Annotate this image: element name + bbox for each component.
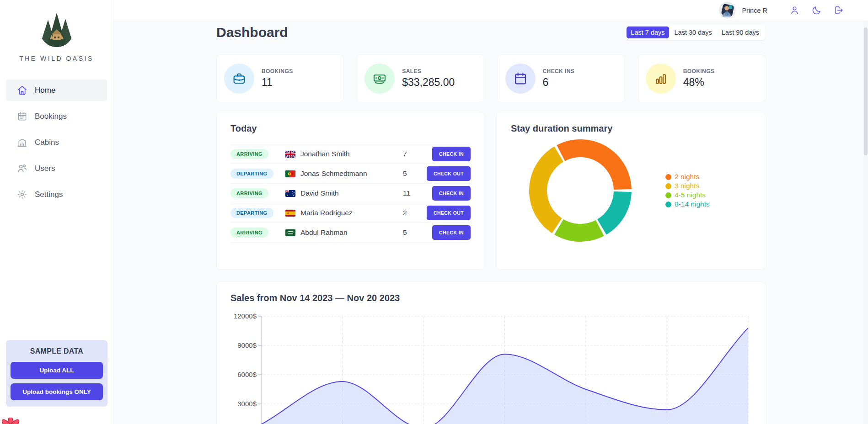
page-title: Dashboard [216,25,288,40]
logo: THE WILD OASIS [6,7,107,62]
nights-count: 2 [403,209,423,217]
cabin-icon [17,137,27,148]
flag-au-icon [285,190,295,197]
stay-duration-card: Stay duration summary 2 nights3 nights4-… [497,112,765,270]
stat-label: CHECK INS [543,68,575,74]
calendar-icon [17,111,27,122]
sidebar-item-settings[interactable]: Settings [6,184,107,205]
header-actions [788,4,845,17]
legend-dot [665,192,671,198]
sidebar-item-label: Bookings [35,112,67,121]
app-root: THE WILD OASIS Home Bookings Cabins User… [0,0,868,424]
today-row: ARRIVINGJonathan Smith7CHECK IN [230,144,471,164]
avatar [719,2,736,19]
flag-gb-icon [285,151,295,158]
filter-last-30-days[interactable]: Last 30 days [670,26,716,38]
filter-last-90-days[interactable]: Last 90 days [718,26,763,38]
legend-label: 4-5 nights [675,191,706,200]
logout-icon [833,5,844,16]
sidebar-item-label: Settings [35,190,63,199]
stat-value: 48% [683,76,715,89]
stay-duration-title: Stay duration summary [511,123,751,134]
status-badge: ARRIVING [230,188,268,198]
status-badge: ARRIVING [230,228,268,238]
scrollbar-track [863,21,868,424]
sidebar-item-label: Home [35,86,55,95]
stat-label: BOOKINGS [683,68,715,74]
upload-bookings-only-button[interactable]: Upload bookings ONLY [11,383,103,400]
status-badge: ARRIVING [230,149,268,159]
sidebar-item-bookings[interactable]: Bookings [6,106,107,127]
stat-value: 6 [543,76,575,89]
sidebar-item-home[interactable]: Home [6,80,107,101]
legend-item: 2 nights [665,172,710,181]
stats-row: BOOKINGS 11 SALES $33,285.00 CHECK INS 6 [216,54,765,102]
stat-icon-circle [364,64,395,94]
check-in-button[interactable]: CHECK IN [432,147,471,161]
stat-label: BOOKINGS [262,68,293,74]
date-filter-group: Last 7 days Last 30 days Last 90 days [625,25,765,40]
sales-area-chart: 3000$6000$9000$12000$Nov 14Nov 15Nov 16N… [230,311,752,424]
legend-dot [665,174,671,180]
stat-label: SALES [402,68,455,74]
guest-name: Maria Rodriguez [300,209,353,217]
top-header: Prince R [113,0,868,21]
chart-bar-icon [654,71,668,86]
today-activity-list: ARRIVINGJonathan Smith7CHECK INDEPARTING… [230,144,471,243]
brand-name: THE WILD OASIS [6,55,107,62]
guest-name: Jonas Schmedtmann [300,170,367,178]
flag-es-icon [285,210,295,217]
wild-oasis-logo-icon [38,11,76,48]
svg-text:3000$: 3000$ [237,400,257,408]
user-name: Prince R [742,7,767,14]
main-content: Dashboard Last 7 days Last 30 days Last … [113,21,868,424]
check-out-button[interactable]: CHECK OUT [427,206,471,220]
donut-segment[interactable] [529,147,563,233]
scrollbar-thumb[interactable] [864,27,868,155]
sidebar-item-label: Cabins [35,138,59,147]
sidebar-item-cabins[interactable]: Cabins [6,132,107,153]
calendar-days-icon [513,71,528,86]
logout-button[interactable] [831,4,845,17]
stat-value: 11 [262,76,293,89]
filter-last-7-days[interactable]: Last 7 days [627,26,669,38]
flag-pt-icon [285,170,295,177]
check-in-button[interactable]: CHECK IN [432,186,471,201]
guest-name: Jonathan Smith [300,150,350,158]
sidebar-nav: Home Bookings Cabins Users Settings [6,80,107,205]
donut-segment[interactable] [597,191,632,235]
upload-all-button[interactable]: Upload ALL [11,362,103,379]
legend-dot [665,183,671,189]
legend-label: 8-14 nights [675,200,710,209]
today-row: DEPARTINGMaria Rodriguez2CHECK OUT [230,203,471,223]
legend-item: 3 nights [665,181,710,191]
guest-name: David Smith [300,189,339,197]
react-query-devtools-flower-icon[interactable] [0,418,21,424]
sample-data-title: SAMPLE DATA [11,347,103,355]
flag-sa-icon [285,229,295,236]
status-badge: DEPARTING [230,208,273,218]
gear-icon [17,189,27,200]
today-row: ARRIVINGAbdul Rahman5CHECK IN [230,223,471,243]
account-button[interactable] [788,4,801,17]
svg-text:12000$: 12000$ [234,312,257,320]
svg-text:6000$: 6000$ [237,371,257,378]
donut-segment[interactable] [557,139,632,190]
dark-mode-button[interactable] [809,4,823,17]
status-badge: DEPARTING [230,169,273,179]
sidebar: THE WILD OASIS Home Bookings Cabins User… [0,0,113,424]
today-row: ARRIVINGDavid Smith11CHECK IN [230,184,471,203]
stat-icon-circle [646,64,676,94]
sidebar-item-users[interactable]: Users [6,158,107,179]
banknotes-icon [372,71,387,86]
check-in-button[interactable]: CHECK IN [432,225,471,240]
stat-icon-circle [505,64,536,94]
stat-icon-circle [224,64,254,94]
stay-duration-donut-chart [526,137,634,244]
legend-item: 8-14 nights [665,200,710,209]
nights-count: 11 [403,189,423,197]
check-out-button[interactable]: CHECK OUT [427,166,471,181]
donut-segment[interactable] [554,219,604,242]
donut-legend: 2 nights3 nights4-5 nights8-14 nights [665,172,710,209]
user-box[interactable]: Prince R [719,2,767,19]
